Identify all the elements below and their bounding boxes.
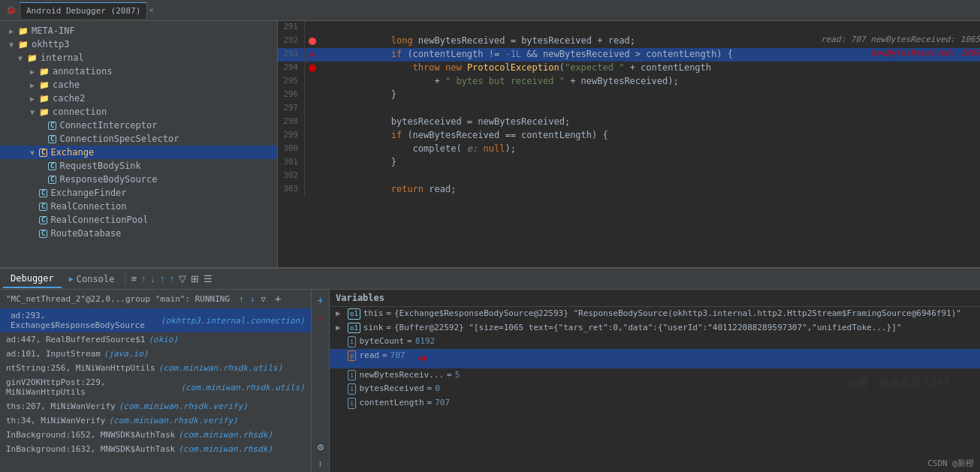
expand-icon-exchange: ▼ bbox=[30, 149, 39, 157]
frame-item-7[interactable]: InBackground:1652, MNWSDK$AuthTask (com.… bbox=[0, 428, 311, 442]
bottom-section: Debugger ▶ Console ≡ ↑ ↓ ↑ ↑ ▽ ⊞ ☰ "MC_n… bbox=[0, 269, 980, 472]
var-eq-sink: = bbox=[386, 323, 391, 332]
tree-item-internal[interactable]: ▼ 📁 internal bbox=[0, 51, 277, 65]
frame-item-1[interactable]: ad:447, RealBufferedSource$1 (okio) bbox=[0, 332, 311, 347]
tree-item-cache[interactable]: ▶ 📁 cache bbox=[0, 78, 277, 92]
frame-location-2: (java.io) bbox=[104, 349, 149, 359]
tree-item-realconnectionpool[interactable]: C RealConnectionPool bbox=[0, 213, 277, 227]
toolbar-btn-up1[interactable]: ↑ bbox=[139, 272, 149, 286]
toolbar-btn-down[interactable]: ↓ bbox=[149, 272, 158, 286]
var-item-bytecount[interactable]: ▶ i byteCount = 8192 bbox=[330, 335, 980, 349]
line-hint-292: read: 707 newBytesReceived: 1065 bbox=[821, 35, 980, 48]
thread-down-btn[interactable]: ↓ bbox=[250, 294, 255, 304]
frame-location-8: (com.miniwan.rhsdk) bbox=[178, 444, 273, 454]
line-num-296: 296 bbox=[278, 89, 305, 102]
var-item-bytesreceived[interactable]: ▶ i bytesReceived = 0 bbox=[330, 382, 980, 396]
toolbar-btn-filter[interactable]: ▽ bbox=[176, 272, 188, 286]
frame-method-3: ntString:256, MiNiWanHttpUtils bbox=[6, 363, 155, 373]
tab-debugger[interactable]: Debugger bbox=[3, 270, 62, 288]
toolbar-btn-up2[interactable]: ↑ bbox=[158, 272, 167, 286]
tree-item-connectionspecselector[interactable]: C ConnectionSpecSelector bbox=[0, 132, 277, 146]
watermark: CSDN @新橙 bbox=[927, 458, 974, 469]
frame-location-3: (com.miniwan.rhsdk.utils) bbox=[158, 363, 283, 373]
tree-item-connectinterceptor[interactable]: C ConnectInterceptor bbox=[0, 119, 277, 132]
tree-label-rbsrc: ResponseBodySource bbox=[59, 174, 157, 185]
gutter-296 bbox=[305, 89, 320, 102]
toolbar-btn-grid[interactable]: ⊞ bbox=[188, 272, 201, 286]
tree-item-requestbodysink[interactable]: C RequestBodySink bbox=[0, 159, 277, 173]
frames-panel: "MC_netThread_2"@22,0...group "main": RU… bbox=[0, 290, 312, 472]
code-line-293: 293 ➤ if (contentLength != -1L && newByt… bbox=[278, 48, 980, 62]
sidebar-settings-btn[interactable]: ⚙ bbox=[315, 441, 326, 454]
line-content-297 bbox=[320, 102, 980, 116]
tree-item-exchange[interactable]: ▼ C Exchange bbox=[0, 146, 277, 159]
var-eq-bytecount: = bbox=[407, 336, 412, 346]
line-num-294: 294 bbox=[278, 62, 305, 75]
tree-item-cache2[interactable]: ▶ 📁 cache2 bbox=[0, 92, 277, 105]
breakpoint-292 bbox=[309, 38, 316, 45]
tree-label-rbs: RequestBodySink bbox=[59, 161, 140, 171]
tree-item-responsebodysource[interactable]: C ResponseBodySource bbox=[0, 173, 277, 186]
gutter-291 bbox=[305, 21, 320, 35]
folder-icon-annotations: 📁 bbox=[39, 67, 50, 77]
frame-item-5[interactable]: ths:207, MiNiWanVerify (com.miniwan.rhsd… bbox=[0, 399, 311, 413]
top-section: ▶ 📁 META-INF ▼ 📁 okhttp3 ▼ 📁 internal ▶ … bbox=[0, 21, 980, 269]
tree-item-okhttp3[interactable]: ▼ 📁 okhttp3 bbox=[0, 38, 277, 51]
frame-item-6[interactable]: th:34, MiNiWanVerify (com.miniwan.rhsdk.… bbox=[0, 413, 311, 428]
sidebar-expand-btn[interactable]: ↕ bbox=[317, 457, 324, 469]
thread-add-btn[interactable]: + bbox=[275, 293, 281, 305]
line-content-302 bbox=[320, 170, 980, 183]
tab-close-btn[interactable]: × bbox=[149, 5, 154, 15]
tree-label-cache2: cache2 bbox=[53, 93, 85, 104]
folder-icon-meta-inf: 📁 bbox=[18, 26, 29, 36]
tree-item-meta-inf[interactable]: ▶ 📁 META-INF bbox=[0, 24, 277, 38]
tree-label-cache: cache bbox=[53, 80, 80, 90]
class-icon-css: C bbox=[48, 135, 56, 143]
var-item-this[interactable]: ▶ o1 this = {Exchange$ResponseBodySource… bbox=[330, 307, 980, 321]
folder-icon-cache: 📁 bbox=[39, 80, 50, 90]
code-line-292: 292 long newBytesReceived = bytesReceive… bbox=[278, 35, 980, 48]
sidebar-add-btn[interactable]: + bbox=[315, 293, 324, 308]
gutter-299 bbox=[305, 129, 320, 143]
debug-content: "MC_netThread_2"@22,0...group "main": RU… bbox=[0, 290, 980, 472]
tree-item-realconnection[interactable]: C RealConnection bbox=[0, 200, 277, 213]
tree-item-exchangefinder[interactable]: C ExchangeFinder bbox=[0, 186, 277, 200]
frame-item-4[interactable]: ginV2OKHttpPost:229, MiNiWanHttpUtils (c… bbox=[0, 375, 311, 399]
var-name-this: this bbox=[363, 308, 384, 318]
frame-item-3[interactable]: ntString:256, MiNiWanHttpUtils (com.mini… bbox=[0, 361, 311, 375]
frame-method-0: ad:293, Exchange$ResponseBodySource bbox=[11, 311, 158, 330]
var-item-read[interactable]: ▶ p read = 707 ➜ bbox=[330, 349, 980, 368]
var-item-newbytesreceived[interactable]: ▶ i newBytesReceiv... = 5 bbox=[330, 368, 980, 383]
var-name-read: read bbox=[359, 350, 379, 360]
frame-item-0[interactable]: ad:293, Exchange$ResponseBodySource (okh… bbox=[0, 308, 311, 332]
expand-this[interactable]: ▶ bbox=[336, 308, 345, 318]
frame-item-8[interactable]: InBackground:1632, MNWSDK$AuthTask (com.… bbox=[0, 442, 311, 456]
thread-up-btn[interactable]: ↑ bbox=[239, 294, 244, 304]
tree-item-connection[interactable]: ▼ 📁 connection bbox=[0, 105, 277, 119]
folder-icon-cache2: 📁 bbox=[39, 94, 50, 104]
tab-console[interactable]: ▶ Console bbox=[62, 271, 122, 287]
thread-filter-btn[interactable]: ▽ bbox=[261, 294, 266, 304]
gutter-294 bbox=[305, 62, 320, 75]
line-num-302: 302 bbox=[278, 170, 305, 183]
tree-item-annotations[interactable]: ▶ 📁 annotations bbox=[0, 65, 277, 78]
file-tree: ▶ 📁 META-INF ▼ 📁 okhttp3 ▼ 📁 internal ▶ … bbox=[0, 21, 278, 267]
tree-item-routedatabase[interactable]: C RouteDatabase bbox=[0, 227, 277, 240]
frame-item-2[interactable]: ad:101, InputStream (java.io) bbox=[0, 347, 311, 361]
expand-icon-internal: ▼ bbox=[18, 54, 27, 62]
line-content-295: + " bytes but received " + newBytesRecei… bbox=[320, 75, 980, 89]
tree-label-annotations: annotations bbox=[53, 66, 112, 77]
line-num-297: 297 bbox=[278, 102, 305, 116]
toolbar-btn-list[interactable]: ≡ bbox=[128, 272, 139, 286]
toolbar-btn-menu[interactable]: ☰ bbox=[201, 272, 215, 286]
var-item-sink[interactable]: ▶ o1 sink = {Buffer@22592} "[size=1065 t… bbox=[330, 321, 980, 335]
var-item-contentlength[interactable]: ▶ i contentLength = 707 bbox=[330, 396, 980, 410]
code-editor: 291 292 long newBytesReceived = bytesRec… bbox=[278, 21, 980, 267]
tree-label-css: ConnectionSpecSelector bbox=[59, 134, 179, 144]
sidebar-del-btn[interactable]: − bbox=[315, 311, 324, 326]
thread-header: "MC_netThread_2"@22,0...group "main": RU… bbox=[0, 290, 311, 308]
debugger-tab-label[interactable]: Android Debugger (2087) bbox=[20, 2, 147, 19]
tree-label-connection: connection bbox=[53, 107, 107, 117]
toolbar-btn-up3[interactable]: ↑ bbox=[167, 272, 177, 286]
expand-sink[interactable]: ▶ bbox=[336, 323, 345, 332]
